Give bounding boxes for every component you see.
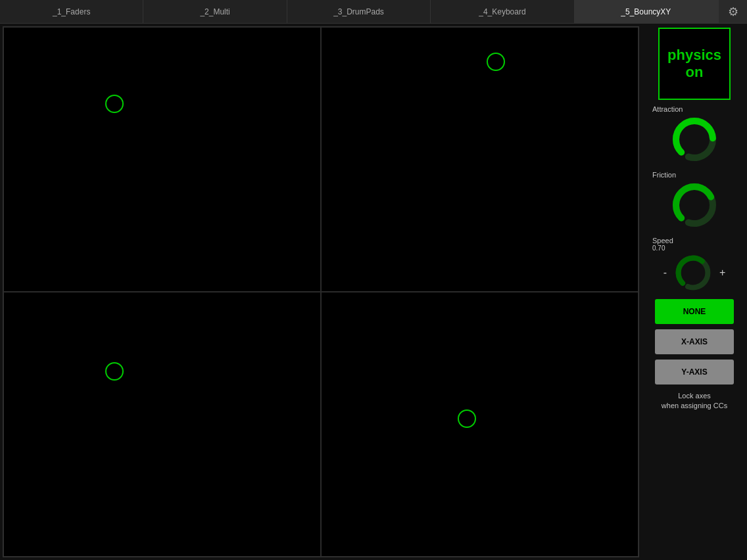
tab-2-multi[interactable]: _2_Multi <box>143 0 287 23</box>
speed-plus-button[interactable]: + <box>717 266 728 280</box>
right-panel: physics on Attraction Friction <box>642 24 747 560</box>
xy-ball-2 <box>487 53 505 71</box>
xy-grid <box>3 26 639 557</box>
xy-ball-4 <box>458 409 476 428</box>
xy-ball-1 <box>105 95 124 113</box>
xy-pad-3[interactable] <box>3 292 321 557</box>
speed-section: Speed 0.70 - + <box>646 237 743 294</box>
speed-knob-row: - + <box>661 252 729 294</box>
lock-axes-text: Lock axeswhen assigning CCs <box>662 391 727 411</box>
attraction-knob[interactable] <box>668 113 721 166</box>
xy-pad-2[interactable] <box>321 27 639 292</box>
xy-ball-3 <box>105 362 124 381</box>
speed-label: Speed <box>652 237 673 245</box>
tab-5-bouncyxy[interactable]: _5_BouncyXY <box>575 0 718 23</box>
speed-value: 0.70 <box>652 245 665 252</box>
friction-label: Friction <box>652 171 676 179</box>
settings-button[interactable]: ⚙ <box>718 0 747 23</box>
xy-pad-1[interactable] <box>3 27 321 292</box>
top-nav: _1_Faders _2_Multi _3_DrumPads _4_Keyboa… <box>0 0 747 24</box>
attraction-section: Attraction <box>646 105 743 166</box>
tab-4-keyboard[interactable]: _4_Keyboard <box>431 0 574 23</box>
physics-on-button[interactable]: physics on <box>658 28 731 100</box>
speed-knob[interactable] <box>672 252 714 294</box>
friction-knob[interactable] <box>668 179 721 231</box>
main-layout: physics on Attraction Friction <box>0 24 747 560</box>
tab-1-faders[interactable]: _1_Faders <box>0 0 143 23</box>
none-button[interactable]: NONE <box>655 299 734 324</box>
tab-3-drumpads[interactable]: _3_DrumPads <box>287 0 431 23</box>
y-axis-button[interactable]: Y-AXIS <box>655 360 734 385</box>
x-axis-button[interactable]: X-AXIS <box>655 329 734 354</box>
attraction-label: Attraction <box>652 105 683 113</box>
speed-minus-button[interactable]: - <box>661 266 669 280</box>
xy-pad-4[interactable] <box>321 292 639 557</box>
gear-icon: ⚙ <box>728 5 738 19</box>
friction-section: Friction <box>646 171 743 231</box>
